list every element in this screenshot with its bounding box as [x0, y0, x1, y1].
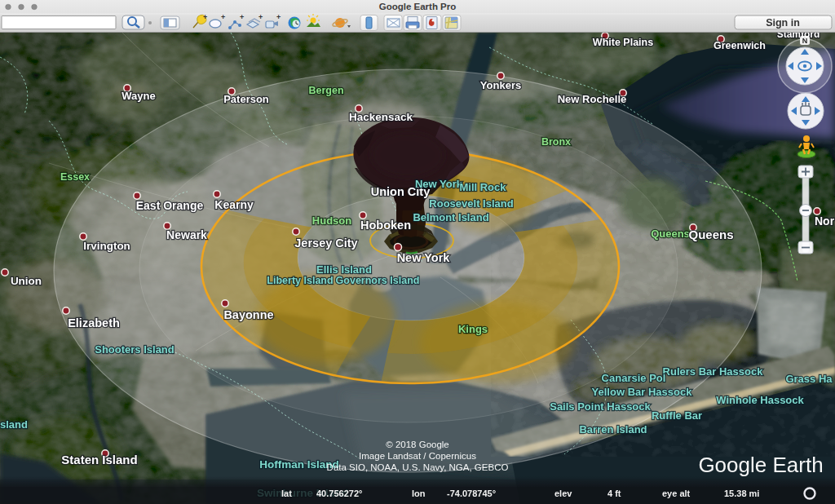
svg-text:Rulers Bar Hassock: Rulers Bar Hassock: [663, 365, 764, 378]
svg-text:Bronx: Bronx: [541, 136, 571, 148]
svg-text:Paterson: Paterson: [223, 93, 269, 105]
svg-text:Elizabeth: Elizabeth: [68, 316, 120, 329]
svg-text:Canarsie Pol: Canarsie Pol: [602, 372, 666, 384]
svg-text:-74.078745°: -74.078745°: [447, 489, 496, 498]
svg-text:© 2018 Google: © 2018 Google: [386, 440, 449, 449]
svg-text:East Orange: East Orange: [136, 199, 204, 212]
svg-text:+: +: [240, 13, 244, 21]
svg-text:Grass Ha: Grass Ha: [785, 373, 833, 385]
svg-text:Sails Point Hassock: Sails Point Hassock: [550, 400, 651, 413]
svg-text:lat: lat: [281, 489, 292, 498]
svg-text:Union: Union: [11, 275, 42, 287]
svg-text:Greenwich: Greenwich: [714, 40, 766, 51]
svg-text:Governors Island: Governors Island: [336, 275, 420, 286]
svg-text:40.756272°: 40.756272°: [316, 489, 362, 498]
svg-text:Shooters Island: Shooters Island: [95, 343, 175, 356]
svg-text:Kings: Kings: [458, 323, 488, 335]
svg-text:Queens: Queens: [651, 228, 690, 240]
svg-text:Liberty Island: Liberty Island: [267, 275, 333, 286]
svg-text:Yonkers: Yonkers: [480, 79, 521, 91]
svg-text:New York: New York: [397, 251, 451, 264]
svg-text:+: +: [203, 13, 207, 21]
svg-text:New York: New York: [415, 178, 463, 190]
svg-text:Ruffle Bar: Ruffle Bar: [652, 409, 702, 422]
svg-text:Ellis Island: Ellis Island: [316, 263, 372, 276]
svg-text:+: +: [221, 13, 225, 21]
svg-text:Kearny: Kearny: [214, 198, 254, 211]
svg-text:Hudson: Hudson: [312, 214, 351, 227]
svg-text:Winhole Hassock: Winhole Hassock: [716, 394, 804, 406]
svg-text:elev: elev: [554, 489, 572, 498]
svg-text:Bergen: Bergen: [308, 85, 343, 96]
svg-text:Roosevelt Island: Roosevelt Island: [429, 197, 513, 210]
svg-text:Sign in: Sign in: [766, 17, 800, 29]
svg-text:15.38 mi: 15.38 mi: [724, 489, 759, 498]
svg-text:eye alt: eye alt: [662, 489, 691, 498]
svg-text:Yellow Bar Hassock: Yellow Bar Hassock: [592, 386, 693, 398]
svg-text:White Plains: White Plains: [593, 37, 653, 48]
svg-text:sland: sland: [0, 418, 28, 431]
svg-text:Hackensack: Hackensack: [349, 111, 413, 123]
svg-text:Barren Island: Barren Island: [579, 423, 647, 435]
svg-text:N: N: [802, 37, 808, 45]
svg-text:Wayne: Wayne: [121, 90, 155, 102]
svg-text:Queens: Queens: [688, 228, 733, 241]
svg-text:Google Earth: Google Earth: [698, 453, 823, 477]
svg-text:Jersey City: Jersey City: [294, 237, 357, 250]
svg-text:lon: lon: [412, 489, 426, 498]
svg-text:4 ft: 4 ft: [607, 489, 621, 498]
svg-text:Staten Island: Staten Island: [61, 453, 137, 466]
svg-text:Data SIO, NOAA, U.S. Navy, NGA: Data SIO, NOAA, U.S. Navy, NGA, GEBCO: [327, 462, 509, 472]
svg-text:Nor: Nor: [815, 214, 835, 228]
svg-text:Bayonne: Bayonne: [223, 308, 273, 321]
svg-text:Google Earth Pro: Google Earth Pro: [379, 2, 457, 11]
svg-text:Belmont Island: Belmont Island: [413, 211, 488, 223]
svg-text:+: +: [276, 13, 281, 21]
svg-text:Hoboken: Hoboken: [360, 219, 411, 232]
svg-text:Newark: Newark: [166, 228, 207, 241]
svg-text:Essex: Essex: [60, 171, 90, 183]
svg-text:+: +: [258, 13, 263, 21]
svg-text:Mill Rock: Mill Rock: [459, 181, 506, 193]
svg-text:New Rochelle: New Rochelle: [558, 93, 627, 105]
svg-text:Irvington: Irvington: [83, 240, 130, 252]
svg-text:Image Landsat / Copernicus: Image Landsat / Copernicus: [359, 451, 476, 461]
